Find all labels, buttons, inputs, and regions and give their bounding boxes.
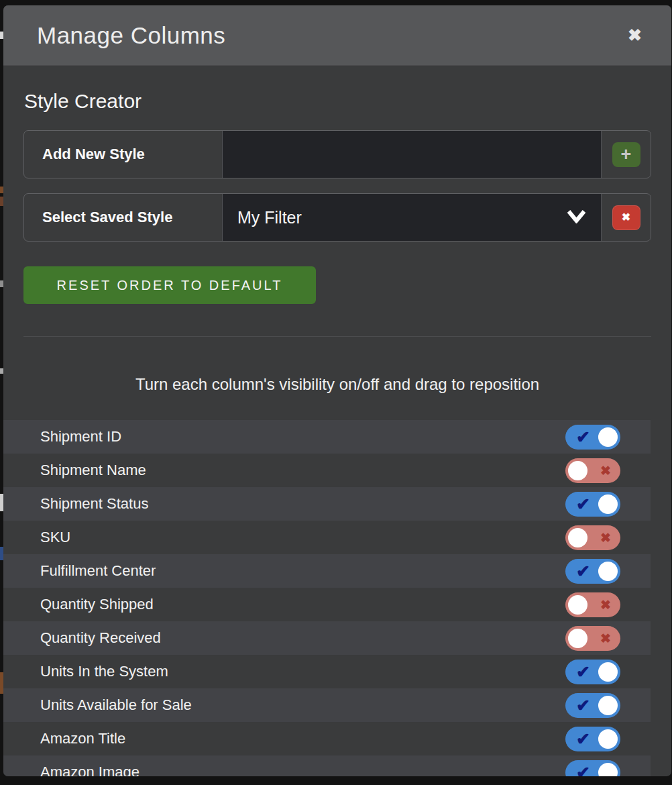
toggle-knob xyxy=(598,427,618,447)
column-label: Quantity Shipped xyxy=(40,596,154,613)
visibility-toggle[interactable]: ✔ xyxy=(565,492,620,517)
columns-instruction: Turn each column's visibility on/off and… xyxy=(3,375,671,394)
section-divider xyxy=(23,336,651,337)
column-row[interactable]: Units In the System ✔ xyxy=(3,655,651,688)
check-icon: ✔ xyxy=(576,563,590,580)
visibility-toggle[interactable]: ✖ xyxy=(565,525,620,550)
x-icon: ✖ xyxy=(600,531,611,544)
column-row[interactable]: Shipment Name ✖ xyxy=(3,454,651,487)
column-row[interactable]: Fulfillment Center ✔ xyxy=(3,554,651,588)
column-row[interactable]: Units Available for Sale ✔ xyxy=(3,688,651,722)
column-label: Shipment ID xyxy=(40,428,121,446)
column-row[interactable]: Amazon Title ✔ xyxy=(3,722,651,755)
x-icon: ✖ xyxy=(600,464,611,477)
column-row[interactable]: SKU ✖ xyxy=(3,521,651,554)
visibility-toggle[interactable]: ✔ xyxy=(565,727,620,751)
new-style-input[interactable] xyxy=(223,131,601,178)
column-row[interactable]: Amazon Image ✔ xyxy=(3,755,651,776)
column-label: Units In the System xyxy=(40,663,168,680)
toggle-knob xyxy=(598,562,618,581)
column-row[interactable]: Quantity Shipped ✖ xyxy=(3,588,651,621)
saved-style-field-wrap: My Filter xyxy=(223,194,602,241)
check-icon: ✔ xyxy=(576,697,590,714)
modal-body: Style Creator Add New Style + Select Sav… xyxy=(3,90,671,776)
visibility-toggle[interactable]: ✔ xyxy=(565,425,620,450)
modal-header: Manage Columns ✖ xyxy=(3,5,671,66)
style-creator-heading: Style Creator xyxy=(24,90,671,113)
add-new-style-field-wrap xyxy=(223,131,602,178)
reset-order-button[interactable]: RESET ORDER TO DEFAULT xyxy=(23,266,316,304)
visibility-toggle[interactable]: ✔ xyxy=(565,760,620,777)
add-style-button[interactable]: + xyxy=(612,142,640,167)
chevron-down-icon xyxy=(567,208,586,227)
toggle-knob xyxy=(568,629,587,648)
select-saved-style-group: Select Saved Style My Filter ✖ xyxy=(23,193,651,242)
toggle-knob xyxy=(598,494,618,514)
remove-button-cell: ✖ xyxy=(602,194,651,241)
column-row[interactable]: Quantity Received ✖ xyxy=(3,621,651,655)
check-icon: ✔ xyxy=(576,764,590,777)
column-label: Amazon Image xyxy=(40,764,139,776)
toggle-knob xyxy=(598,662,618,682)
check-icon: ✔ xyxy=(576,731,590,747)
toggle-knob xyxy=(598,696,618,715)
column-label: Shipment Status xyxy=(40,495,148,513)
column-label: SKU xyxy=(40,529,70,546)
add-button-cell: + xyxy=(602,131,651,178)
column-label: Quantity Received xyxy=(40,629,161,647)
manage-columns-modal: Manage Columns ✖ Style Creator Add New S… xyxy=(3,5,671,776)
visibility-toggle[interactable]: ✔ xyxy=(565,693,620,718)
column-label: Shipment Name xyxy=(40,462,146,479)
columns-list: Shipment ID ✔ Shipment Name ✖ Shipment S… xyxy=(3,420,651,776)
toggle-knob xyxy=(598,763,618,777)
add-new-style-label: Add New Style xyxy=(24,131,223,178)
visibility-toggle[interactable]: ✔ xyxy=(565,559,620,584)
visibility-toggle[interactable]: ✖ xyxy=(565,626,620,651)
x-icon: ✖ xyxy=(600,598,611,611)
select-saved-style-label: Select Saved Style xyxy=(24,194,223,241)
visibility-toggle[interactable]: ✖ xyxy=(565,592,620,617)
plus-icon: + xyxy=(621,146,632,164)
toggle-knob xyxy=(568,528,587,547)
toggle-knob xyxy=(568,595,587,615)
column-row[interactable]: Shipment Status ✔ xyxy=(3,487,651,521)
check-icon: ✔ xyxy=(576,429,590,446)
add-new-style-group: Add New Style + xyxy=(23,130,651,178)
column-row[interactable]: Shipment ID ✔ xyxy=(3,420,651,454)
x-icon: ✖ xyxy=(600,632,611,645)
check-icon: ✔ xyxy=(576,496,590,513)
check-icon: ✔ xyxy=(576,664,590,680)
column-label: Amazon Title xyxy=(40,730,125,747)
saved-style-select[interactable]: My Filter xyxy=(223,194,601,241)
visibility-toggle[interactable]: ✖ xyxy=(565,458,620,483)
close-icon[interactable]: ✖ xyxy=(628,27,642,44)
column-label: Units Available for Sale xyxy=(40,696,192,714)
modal-title: Manage Columns xyxy=(37,22,225,49)
toggle-knob xyxy=(598,729,618,749)
delete-style-button[interactable]: ✖ xyxy=(612,205,640,230)
toggle-knob xyxy=(568,461,587,480)
x-icon: ✖ xyxy=(622,212,630,223)
saved-style-selected-value: My Filter xyxy=(237,208,302,227)
column-label: Fulfillment Center xyxy=(40,562,156,580)
visibility-toggle[interactable]: ✔ xyxy=(565,660,620,684)
